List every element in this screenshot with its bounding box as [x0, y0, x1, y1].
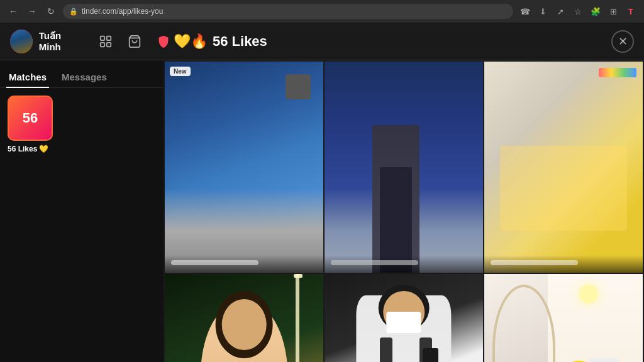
browser-actions: ☎ ⇓ ➚ ☆ 🧩 ⊞ T [518, 4, 638, 18]
browser-chrome: ← → ↻ 🔒 tinder.com/app/likes-you ☎ ⇓ ➚ ☆… [0, 0, 644, 23]
top-nav-center: 💛🔥 56 Likes [174, 33, 611, 50]
new-badge: New [170, 67, 191, 76]
download-icon[interactable]: ⇓ [536, 4, 550, 18]
avatar[interactable] [10, 30, 33, 53]
refresh-button[interactable]: ↻ [44, 4, 58, 18]
likes-card[interactable]: 56 [8, 96, 53, 141]
top-nav: Tuấn Minh [0, 23, 644, 60]
close-button[interactable]: ✕ [611, 30, 634, 53]
svg-rect-2 [101, 42, 104, 46]
app-container: Tuấn Minh [0, 23, 644, 362]
photo-cell-6[interactable]: 〉 [484, 274, 643, 362]
close-icon: ✕ [618, 35, 628, 48]
svg-rect-0 [101, 36, 104, 40]
main-content: Matches Messages 56 56 Likes 💛 [0, 60, 644, 362]
tab-messages[interactable]: Messages [59, 67, 109, 87]
sidebar: Matches Messages 56 56 Likes 💛 [0, 60, 164, 362]
forward-button[interactable]: → [25, 4, 39, 18]
photo-cell-1[interactable]: New [165, 62, 323, 273]
likes-flame-icon: 💛🔥 [174, 33, 208, 50]
photo-name-bar-3 [484, 255, 643, 273]
photo-cell-3[interactable] [484, 62, 643, 273]
likes-count-text: 56 Likes [213, 33, 267, 50]
url-text: tinder.com/app/likes-you [82, 7, 163, 16]
gold-heart-icon: 💛 [39, 145, 48, 153]
tinder-favicon: T [624, 4, 638, 18]
likes-card-label: 56 Likes 💛 [8, 145, 156, 153]
svg-rect-1 [107, 36, 111, 40]
back-button[interactable]: ← [6, 4, 20, 18]
user-profile: Tuấn Minh [10, 30, 174, 53]
photo-grid-container: New [164, 60, 644, 362]
likes-badge-count: 56 [23, 110, 38, 126]
sidebar-content: 56 56 Likes 💛 [0, 88, 164, 362]
sidebar-tabs: Matches Messages [0, 60, 164, 88]
tab-matches[interactable]: Matches [6, 67, 49, 87]
photo-cell-2[interactable] [325, 62, 483, 273]
extensions-icon[interactable]: 🧩 [589, 4, 602, 18]
photo-cell-4[interactable] [165, 274, 323, 362]
photo-cell-5[interactable] [325, 274, 483, 362]
share-icon[interactable]: ➚ [553, 4, 567, 18]
nav-icons [96, 31, 174, 52]
location-icon[interactable]: ☎ [518, 4, 532, 18]
star-icon[interactable]: ☆ [571, 4, 585, 18]
lock-icon: 🔒 [69, 8, 78, 16]
shield-button[interactable] [153, 31, 174, 52]
likes-card-wrapper: 56 56 Likes 💛 [8, 96, 156, 153]
grid-icon[interactable]: ⊞ [606, 4, 620, 18]
likes-title: 💛🔥 56 Likes [174, 33, 267, 50]
bag-button[interactable] [125, 31, 145, 52]
user-name: Tuấn Minh [39, 30, 83, 52]
photo-grid: New [165, 62, 643, 362]
photo-name-bar-1 [165, 255, 323, 273]
search-profile-button[interactable] [96, 31, 116, 52]
svg-rect-3 [107, 42, 111, 46]
photo-name-bar-2 [325, 255, 483, 273]
address-bar[interactable]: 🔒 tinder.com/app/likes-you [63, 4, 513, 19]
